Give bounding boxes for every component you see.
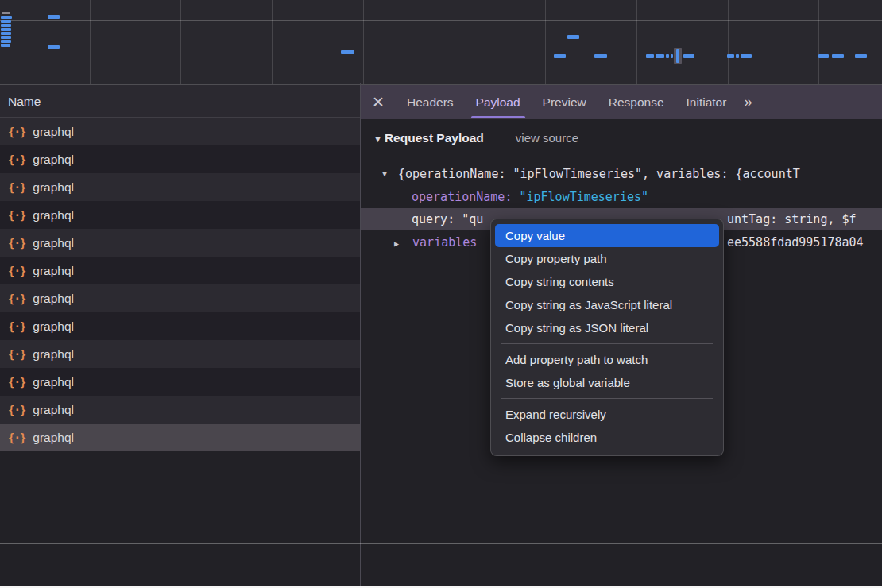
property-key: operationName: <box>412 190 512 204</box>
request-timing-bar <box>2 12 10 14</box>
payload-summary-text: {operationName: "ipFlowTimeseries", vari… <box>383 167 800 181</box>
payload-root-row[interactable]: ▼ {operationName: "ipFlowTimeseries", va… <box>361 163 882 185</box>
json-braces-icon: {·} <box>8 237 25 250</box>
request-timing-bar <box>341 50 354 54</box>
request-table-name-header[interactable]: Name <box>0 85 360 118</box>
variables-fragment-right: ee5588fdad995178a04 <box>727 231 864 253</box>
timeline-gridline <box>455 0 455 84</box>
network-overview-strip[interactable] <box>0 0 882 85</box>
view-source-link[interactable]: view source <box>516 131 578 145</box>
json-braces-icon: {·} <box>8 292 25 305</box>
property-key: variables <box>406 235 477 250</box>
collapsed-triangle-icon[interactable]: ▶ <box>394 239 399 248</box>
tab-preview[interactable]: Preview <box>532 85 598 119</box>
request-row[interactable]: {·}graphql <box>0 257 360 284</box>
overview-row-separator <box>0 20 882 21</box>
menu-item-add-property-path-to-watch[interactable]: Add property path to watch <box>491 348 723 371</box>
request-timing-bar <box>727 54 734 58</box>
request-timing-bar <box>554 54 566 58</box>
expanded-triangle-icon[interactable]: ▼ <box>382 163 387 185</box>
close-icon[interactable]: ✕ <box>361 85 396 119</box>
request-timing-bar <box>1 16 12 19</box>
tab-response[interactable]: Response <box>598 85 675 119</box>
request-row[interactable]: {·}graphql <box>0 201 360 229</box>
request-row[interactable]: {·}graphql <box>0 340 360 368</box>
request-row[interactable]: {·}graphql <box>0 229 360 257</box>
request-timing-bar <box>1 44 10 47</box>
menu-item-store-as-global-variable[interactable]: Store as global variable <box>491 371 723 394</box>
request-name: graphql <box>33 403 74 417</box>
timeline-gridline <box>636 0 637 84</box>
request-list: {·}graphql{·}graphql{·}graphql{·}graphql… <box>0 118 360 451</box>
menu-divider <box>501 343 713 344</box>
json-braces-icon: {·} <box>8 404 25 416</box>
timeline-gridline <box>728 0 729 84</box>
menu-item-copy-value[interactable]: Copy value <box>495 224 719 247</box>
timeline-gridline <box>545 0 546 84</box>
timeline-gridline <box>363 0 364 84</box>
request-timing-bar <box>736 54 739 58</box>
timeline-gridline <box>180 0 181 84</box>
tab-initiator[interactable]: Initiator <box>675 85 738 119</box>
request-timing-bar <box>671 54 673 58</box>
request-timing-bar <box>646 54 654 58</box>
query-fragment-right: untTag: string, $f <box>727 208 857 230</box>
request-payload-header: ▼ Request Payload view source <box>373 131 578 145</box>
menu-item-copy-string-as-json-literal[interactable]: Copy string as JSON literal <box>491 316 723 339</box>
request-name: graphql <box>33 208 74 222</box>
devtools-network-panel: Name {·}graphql{·}graphql{·}graphql{·}gr… <box>0 0 882 588</box>
request-name: graphql <box>33 236 74 250</box>
menu-item-collapse-children[interactable]: Collapse children <box>491 426 723 449</box>
request-row[interactable]: {·}graphql <box>0 173 360 201</box>
timeline-gridline <box>272 0 273 84</box>
request-name: graphql <box>33 125 74 139</box>
footer-divider <box>0 543 882 544</box>
request-name: graphql <box>33 153 74 167</box>
details-tabbar: ✕ HeadersPayloadPreviewResponseInitiator… <box>361 85 882 119</box>
menu-item-copy-property-path[interactable]: Copy property path <box>491 247 723 270</box>
operation-name-row[interactable]: operationName: "ipFlowTimeseries" <box>361 186 882 208</box>
request-timing-bar <box>1 36 11 39</box>
request-timing-bar <box>666 54 669 58</box>
menu-item-expand-recursively[interactable]: Expand recursively <box>491 403 723 426</box>
request-name: graphql <box>33 431 74 445</box>
query-fragment-left: query: "qu <box>412 212 483 226</box>
request-timing-bar <box>48 45 60 49</box>
tab-payload[interactable]: Payload <box>465 85 532 119</box>
request-name: graphql <box>33 375 74 389</box>
json-braces-icon: {·} <box>8 153 25 166</box>
request-row[interactable]: {·}graphql <box>0 368 360 396</box>
request-row[interactable]: {·}graphql <box>0 118 360 145</box>
more-tabs-icon[interactable]: » <box>744 85 750 119</box>
timeline-gridline <box>90 0 91 84</box>
property-value: "ipFlowTimeseries" <box>519 190 648 204</box>
menu-item-copy-string-as-javascript-literal[interactable]: Copy string as JavaScript literal <box>491 293 723 316</box>
request-row[interactable]: {·}graphql <box>0 424 360 451</box>
request-row[interactable]: {·}graphql <box>0 312 360 340</box>
request-name: graphql <box>33 264 74 278</box>
request-timing-bar <box>832 54 844 58</box>
tab-headers[interactable]: Headers <box>396 85 465 119</box>
request-row[interactable]: {·}graphql <box>0 284 360 312</box>
request-name: graphql <box>33 347 74 362</box>
request-timing-bar <box>1 32 11 35</box>
request-timing-bar <box>48 15 60 19</box>
request-name: graphql <box>33 292 74 306</box>
json-braces-icon: {·} <box>8 209 25 222</box>
json-braces-icon: {·} <box>8 431 25 444</box>
request-row[interactable]: {·}graphql <box>0 145 360 173</box>
tabs-holder: HeadersPayloadPreviewResponseInitiator <box>396 85 737 119</box>
menu-item-copy-string-contents[interactable]: Copy string contents <box>491 270 723 293</box>
json-braces-icon: {·} <box>8 348 25 361</box>
collapse-triangle-icon[interactable]: ▼ <box>373 134 382 144</box>
panel-divider[interactable] <box>360 83 361 586</box>
json-braces-icon: {·} <box>8 181 25 194</box>
request-timing-bar <box>855 54 867 58</box>
request-timing-bar <box>676 49 679 63</box>
request-timing-bar <box>567 35 579 39</box>
section-title: Request Payload <box>385 131 484 145</box>
request-name: graphql <box>33 180 74 195</box>
request-timing-bar <box>1 24 11 27</box>
json-braces-icon: {·} <box>8 320 25 333</box>
request-row[interactable]: {·}graphql <box>0 396 360 424</box>
